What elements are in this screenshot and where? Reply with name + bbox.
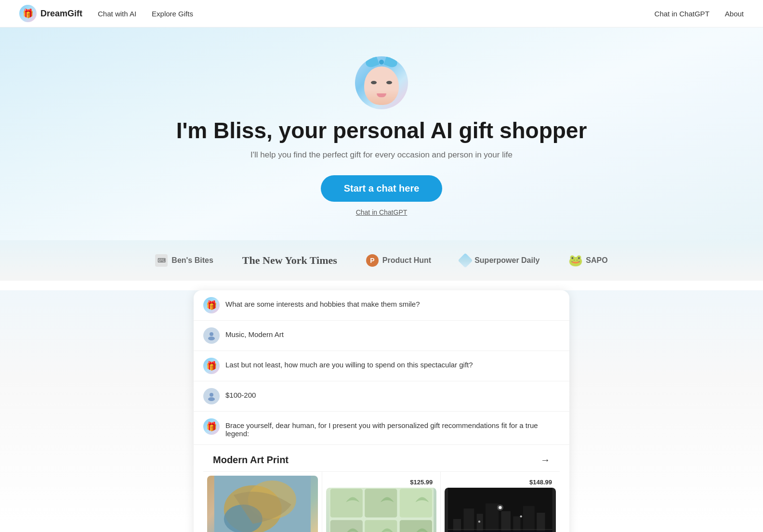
ai-avatar-3: 🎁: [203, 418, 220, 435]
svg-point-28: [478, 520, 480, 522]
nav-explore-gifts[interactable]: Explore Gifts: [152, 10, 193, 18]
nav-chat-ai[interactable]: Chat with AI: [98, 10, 136, 18]
product-card-2: $125.99: [322, 472, 441, 532]
product-image-2: [326, 488, 437, 532]
logo-nyt: The New York Times: [242, 254, 337, 267]
svg-rect-19: [486, 503, 499, 532]
svg-rect-23: [537, 513, 545, 532]
logos-bar: ⌨ Ben's Bites The New York Times P Produ…: [0, 240, 763, 281]
svg-rect-17: [464, 508, 474, 532]
nav-chat-chatgpt[interactable]: Chat in ChatGPT: [655, 10, 710, 18]
below-hero: 🎁 What are some interests and hobbies th…: [0, 290, 763, 532]
main-container: 🎁 What are some interests and hobbies th…: [92, 290, 671, 532]
svg-rect-10: [365, 489, 397, 518]
product-section: Modern Art Print → $150.80: [194, 445, 569, 532]
chat-text-ai-2: Last but not least, how much are you wil…: [225, 358, 473, 369]
svg-rect-21: [513, 516, 521, 532]
product-image-1: [207, 476, 318, 532]
chat-demo: 🎁 What are some interests and hobbies th…: [194, 290, 569, 532]
logo-superpower-daily: Superpower Daily: [460, 255, 539, 266]
chat-text-ai-1: What are some interests and hobbies that…: [225, 297, 420, 308]
product-title: Modern Art Print: [213, 454, 289, 466]
price-top-3: $148.99: [445, 476, 556, 488]
logo-sapo: 🐸 SAPO: [568, 254, 607, 267]
svg-rect-22: [523, 506, 535, 532]
product-hunt-label: Product Hunt: [382, 256, 431, 265]
svg-rect-16: [453, 519, 461, 532]
hero-subtext: I'll help you find the perfect gift for …: [10, 150, 753, 160]
svg-point-3: [208, 397, 215, 401]
svg-rect-13: [365, 520, 397, 532]
product-card-1: $150.80: [203, 472, 322, 532]
svg-point-26: [497, 505, 503, 511]
user-avatar-2: [203, 388, 220, 404]
product-image-3: [445, 488, 556, 532]
hero-section: I'm Bliss, your personal AI gift shopper…: [0, 27, 763, 240]
product-card-3: $148.99: [441, 472, 560, 532]
logo-bens-bites: ⌨ Ben's Bites: [155, 254, 213, 267]
nav-left: 🎁 DreamGift Chat with AI Explore Gifts: [19, 5, 193, 22]
svg-point-27: [520, 515, 522, 517]
svg-rect-20: [501, 511, 511, 532]
hero-headline: I'm Bliss, your personal AI gift shopper: [10, 118, 753, 143]
ai-avatar-1: 🎁: [203, 297, 220, 313]
svg-point-0: [210, 332, 213, 336]
bens-bites-icon: ⌨: [155, 254, 168, 267]
logo-icon: 🎁: [19, 5, 37, 22]
svg-point-1: [208, 337, 215, 340]
product-header: Modern Art Print →: [203, 445, 560, 472]
brand-name: DreamGift: [40, 9, 82, 19]
chat-text-user-1: Music, Modern Art: [225, 327, 284, 338]
brand-logo[interactable]: 🎁 DreamGift: [19, 5, 82, 22]
product-grid: $150.80: [203, 472, 560, 532]
svg-point-2: [210, 393, 213, 397]
svg-rect-9: [330, 489, 362, 518]
nav-right: Chat in ChatGPT About: [655, 10, 744, 18]
ai-avatar-2: 🎁: [203, 358, 220, 374]
chatgpt-link[interactable]: Chat in ChatGPT: [10, 208, 753, 216]
chat-messages: 🎁 What are some interests and hobbies th…: [194, 290, 569, 445]
svg-rect-12: [330, 520, 362, 532]
nyt-label: The New York Times: [242, 254, 337, 267]
user-avatar-1: [203, 327, 220, 344]
chat-row-ai-2: 🎁 Last but not least, how much are you w…: [194, 351, 569, 381]
sapo-icon: 🐸: [568, 254, 583, 267]
product-arrow-button[interactable]: →: [540, 454, 550, 466]
chat-row-user-2: $100-200: [194, 381, 569, 412]
bens-bites-label: Ben's Bites: [171, 256, 213, 265]
chat-row-ai-1: 🎁 What are some interests and hobbies th…: [194, 290, 569, 321]
sapo-label: SAPO: [586, 256, 607, 265]
nav-about[interactable]: About: [725, 10, 744, 18]
price-top-2: $125.99: [326, 476, 437, 488]
chat-text-ai-3: Brace yourself, dear human, for I presen…: [225, 418, 560, 438]
product-hunt-icon: P: [366, 254, 379, 267]
chat-row-user-1: Music, Modern Art: [194, 321, 569, 351]
chat-text-user-2: $100-200: [225, 388, 256, 399]
logo-product-hunt: P Product Hunt: [366, 254, 431, 267]
navbar: 🎁 DreamGift Chat with AI Explore Gifts C…: [0, 0, 763, 27]
chat-row-ai-3: 🎁 Brace yourself, dear human, for I pres…: [194, 412, 569, 445]
superpower-daily-label: Superpower Daily: [474, 256, 539, 265]
svg-rect-11: [399, 489, 432, 518]
start-chat-button[interactable]: Start a chat here: [321, 175, 443, 202]
svg-rect-14: [399, 520, 432, 532]
hero-avatar: [355, 56, 408, 109]
superpower-daily-icon: [458, 253, 473, 268]
